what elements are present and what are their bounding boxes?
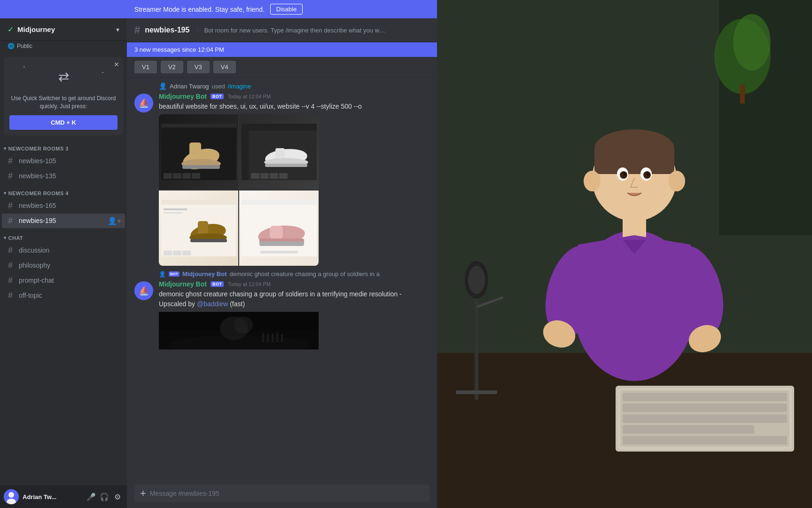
svg-point-88 xyxy=(668,171,685,191)
svg-rect-18 xyxy=(242,131,249,180)
channel-newbies-135[interactable]: # newbies-135 xyxy=(2,169,125,183)
headphones-icon[interactable]: 🎧 xyxy=(99,491,110,502)
channel-description: Bot room for new users. Type /imagine th… xyxy=(198,27,386,34)
svg-rect-14 xyxy=(182,173,191,179)
v1-button[interactable]: V1 xyxy=(134,61,157,73)
section-newcomer-4[interactable]: ▾ NEWCOMER ROOMS 4 xyxy=(0,184,127,198)
section-arrow-icon-2: ▾ xyxy=(4,190,7,196)
arrows-icon: ⇄ xyxy=(58,63,69,91)
svg-point-86 xyxy=(647,173,649,175)
hash-icon: # xyxy=(6,246,15,255)
message-group-shoes: ⛵ Midjourney Bot BOT Today at 12:04 PM b… xyxy=(127,91,437,268)
messages-area: 👤 Adrian Twarog used /imagine ⛵ xyxy=(127,78,437,479)
svg-rect-70 xyxy=(623,425,754,434)
discord-body: ✓ Midjourney ▾ 🌐 Public ✕ ⇄ xyxy=(0,18,437,508)
shoe-image-4 xyxy=(239,190,319,266)
avatar xyxy=(4,489,19,504)
section-arrow-icon-3: ▾ xyxy=(4,235,7,240)
svg-point-61 xyxy=(733,14,771,71)
svg-rect-41 xyxy=(270,226,283,239)
svg-rect-28 xyxy=(161,200,236,205)
message-input-area: + xyxy=(127,479,437,508)
svg-rect-25 xyxy=(270,173,278,179)
svg-rect-71 xyxy=(623,436,787,444)
sidebar: ✓ Midjourney ▾ 🌐 Public ✕ ⇄ xyxy=(0,18,127,508)
settings-icon[interactable]: ⚙ xyxy=(112,491,123,502)
v3-button[interactable]: V3 xyxy=(187,61,210,73)
dot-icon: • xyxy=(23,64,25,69)
v4-button[interactable]: V4 xyxy=(213,61,236,73)
sidebar-scroll: ▾ NEWCOMER ROOMS 3 # newbies-105 # newbi… xyxy=(0,139,127,485)
compact-notice-ghost: 👤 BOT Midjourney Bot demonic ghost creat… xyxy=(127,270,437,278)
svg-rect-37 xyxy=(182,251,191,255)
svg-rect-12 xyxy=(164,173,172,179)
dot-icon-2: • xyxy=(102,70,103,74)
new-messages-text: 3 new messages since 12:04 PM xyxy=(134,46,224,53)
shoe-mockup-light-2 xyxy=(239,190,319,266)
server-header[interactable]: ✓ Midjourney ▾ xyxy=(0,18,127,41)
svg-rect-34 xyxy=(190,239,227,242)
add-attachment-icon[interactable]: + xyxy=(140,488,146,499)
section-chat[interactable]: ▾ CHAT xyxy=(0,229,127,243)
channel-newbies-105[interactable]: # newbies-105 xyxy=(2,154,125,168)
channel-discussion[interactable]: # discussion xyxy=(2,243,125,258)
mention-baddiew: @baddiew xyxy=(197,300,228,308)
svg-point-1 xyxy=(8,492,14,498)
svg-rect-35 xyxy=(164,251,172,255)
bot-username: Midjourney Bot xyxy=(159,93,207,100)
channel-newbies-165[interactable]: # newbies-165 xyxy=(2,198,125,213)
channel-off-topic[interactable]: # off-topic xyxy=(2,288,125,303)
channel-philosophy[interactable]: # philosophy xyxy=(2,258,125,273)
shoe-mockup-dark-2 xyxy=(239,114,319,190)
message-group-ghost: ⛵ Midjourney Bot BOT Today at 12:04 PM d… xyxy=(127,278,437,351)
version-buttons: V1 V2 V3 V4 xyxy=(127,57,437,78)
quick-switcher-popup: ✕ ⇄ • • Use Quick Switcher to get around… xyxy=(4,57,123,135)
svg-rect-62 xyxy=(740,85,745,103)
hash-icon: # xyxy=(6,291,15,301)
hash-icon: # xyxy=(6,216,15,226)
message-header-shoes: Midjourney Bot BOT Today at 12:04 PM xyxy=(159,93,429,100)
message-content-ghost: Midjourney Bot BOT Today at 12:04 PM dem… xyxy=(159,280,429,349)
quick-switcher-icon: ⇄ • • xyxy=(9,63,117,91)
bot-avatar: ⛵ xyxy=(134,94,153,112)
section-newcomer-3[interactable]: ▾ NEWCOMER ROOMS 3 xyxy=(0,139,127,153)
svg-rect-15 xyxy=(192,173,200,179)
svg-rect-69 xyxy=(623,414,787,423)
cmd-k-button[interactable]: CMD + K xyxy=(9,115,117,130)
svg-rect-80 xyxy=(594,146,674,174)
compact-message-preview: demonic ghost creature chasing a group o… xyxy=(230,270,380,278)
channel-newbies-195[interactable]: # newbies-195 👤+ xyxy=(2,214,125,228)
svg-rect-23 xyxy=(251,173,259,179)
app-layout: Streamer Mode is enabled. Stay safe, fri… xyxy=(0,0,812,508)
shoe-image-2 xyxy=(239,114,319,190)
message-text-shoes: beautiful website for shoes, ui, ux, ui/… xyxy=(159,102,429,111)
channel-prompt-chat[interactable]: # prompt-chat xyxy=(2,273,125,288)
svg-rect-26 xyxy=(279,173,288,179)
streamer-banner: Streamer Mode is enabled. Stay safe, fri… xyxy=(0,0,437,18)
microphone-icon[interactable]: 🎤 xyxy=(86,491,97,502)
section-arrow-icon: ▾ xyxy=(4,146,7,151)
ghost-image xyxy=(159,312,319,349)
hash-icon: # xyxy=(6,261,15,270)
notice-icon: 👤 xyxy=(159,271,166,278)
svg-rect-44 xyxy=(260,251,298,254)
svg-rect-24 xyxy=(260,173,269,179)
server-public-label: 🌐 Public xyxy=(0,41,127,53)
message-header-ghost: Midjourney Bot BOT Today at 12:04 PM xyxy=(159,280,429,288)
shoe-image-1 xyxy=(159,114,238,190)
new-messages-banner[interactable]: 3 new messages since 12:04 PM xyxy=(127,42,437,57)
v2-button[interactable]: V2 xyxy=(161,61,183,73)
disable-button[interactable]: Disable xyxy=(270,4,303,15)
channel-header: # newbies-195 Bot room for new users. Ty… xyxy=(127,18,437,42)
chevron-down-icon: ▾ xyxy=(116,26,119,33)
svg-rect-11 xyxy=(182,165,220,169)
svg-rect-39 xyxy=(242,200,317,205)
globe-icon: 🌐 xyxy=(8,43,15,49)
add-person-icon[interactable]: 👤+ xyxy=(108,216,121,225)
notice-action: used xyxy=(212,83,225,90)
notice-command: /imagine xyxy=(228,83,251,90)
svg-rect-7 xyxy=(161,124,236,127)
svg-rect-13 xyxy=(173,173,181,179)
bot-username-ghost: Midjourney Bot xyxy=(159,280,207,288)
message-input[interactable] xyxy=(150,490,424,497)
